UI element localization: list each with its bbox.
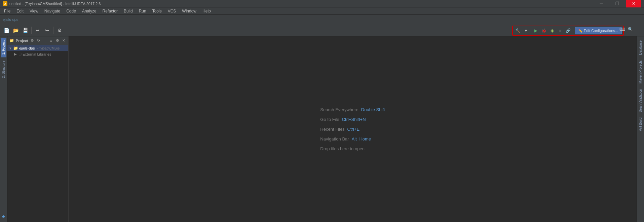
hint-navigation-bar: Navigation Bar Alt+Home: [320, 136, 371, 141]
search-everywhere-label: Search Everywhere: [320, 107, 358, 112]
panel-options-icon[interactable]: ≡: [49, 38, 54, 43]
panel-title: Project: [16, 39, 28, 43]
run-button[interactable]: ▶: [532, 27, 540, 34]
sidebar-item-structure[interactable]: 2: Structure: [1, 58, 6, 81]
sidebar-item-project[interactable]: 1: Project: [1, 38, 6, 57]
right-tab-bean-validation[interactable]: Bean Validation: [638, 86, 643, 115]
tree-item-root[interactable]: ▼ 📁 ejails-dps F:\yibao\CMS\e: [7, 45, 68, 51]
navigation-bar-label: Navigation Bar: [320, 136, 349, 141]
external-libraries-label: External Libraries: [23, 52, 51, 56]
menu-code[interactable]: Code: [64, 8, 79, 14]
menu-help[interactable]: Help: [200, 8, 214, 14]
save-button[interactable]: 💾: [21, 26, 30, 35]
left-side-panel: 1: Project 2: Structure ★: [0, 36, 7, 222]
go-to-file-key: Ctrl+Shift+N: [342, 117, 366, 122]
panel-collapse-icon[interactable]: −: [42, 38, 47, 43]
edit-configurations-label: Edit Configurations...: [584, 29, 618, 33]
edit-configurations-button[interactable]: ✏️ Edit Configurations...: [575, 27, 622, 34]
app-icon: J: [3, 1, 7, 6]
search-everywhere-key: Double Shift: [361, 107, 385, 112]
arrow-icon: ▶: [14, 52, 17, 56]
hints-area: Search Everywhere Double Shift Go to Fil…: [320, 107, 385, 151]
right-toolbar-buttons: ⌨ 🔍: [618, 26, 634, 33]
open-button[interactable]: 📂: [11, 26, 20, 35]
toolbar-separator-2: [53, 27, 53, 34]
panel-gear-icon[interactable]: ⚙: [55, 38, 60, 43]
root-path: F:\yibao\CMS\e: [36, 46, 60, 50]
project-breadcrumb: ejails-dps: [3, 18, 18, 22]
undo-button[interactable]: ↩: [33, 26, 42, 35]
menu-file[interactable]: File: [1, 8, 13, 14]
minimize-button[interactable]: ─: [594, 0, 609, 7]
favorites-icon[interactable]: ★: [1, 214, 6, 219]
right-side-tabs: Database Maven Projects Bean Validation …: [637, 36, 644, 222]
project-panel: 📁 Project ⚙ ↻ − ≡ ⚙ ✕ ▼ 📁 ejails-dps F:\…: [7, 36, 69, 222]
menu-view[interactable]: View: [27, 8, 41, 14]
menu-edit[interactable]: Edit: [14, 8, 26, 14]
restore-button[interactable]: ❐: [610, 0, 625, 7]
menu-run[interactable]: Run: [136, 8, 149, 14]
run-configuration-area: 🔨 ▼ ▶ 🐞 ◉ ■ 🔗 ✏️ Edit Configurations...: [512, 26, 624, 36]
tree-item-external-libraries[interactable]: ▶ ⊞ External Libraries: [7, 51, 68, 57]
close-button[interactable]: ✕: [626, 0, 641, 7]
title-bar: J untitled - [F:\yibao\CMS\untitled] - I…: [0, 0, 644, 7]
arrow-icon: ▼: [9, 46, 12, 50]
menu-refactor[interactable]: Refactor: [100, 8, 120, 14]
new-project-button[interactable]: 📄: [2, 26, 11, 35]
edit-config-icon: ✏️: [578, 29, 582, 33]
window-title: untitled - [F:\yibao\CMS\untitled] - Int…: [9, 2, 101, 6]
menu-build[interactable]: Build: [121, 8, 136, 14]
run-with-coverage-button[interactable]: ◉: [548, 27, 556, 34]
attach-debugger-button[interactable]: 🔗: [565, 27, 572, 34]
panel-icon: 📁: [9, 38, 14, 43]
menu-navigate[interactable]: Navigate: [42, 8, 63, 14]
panel-settings-icon[interactable]: ⚙: [30, 38, 35, 43]
main-content-area: Search Everywhere Double Shift Go to Fil…: [69, 36, 637, 222]
root-name: ejails-dps: [19, 46, 35, 50]
terminal-button[interactable]: ⌨: [618, 26, 626, 33]
recent-files-key: Ctrl+E: [347, 127, 359, 132]
panel-close-icon[interactable]: ✕: [61, 38, 66, 43]
hint-recent-files: Recent Files Ctrl+E: [320, 127, 359, 132]
hint-drop-files: Drop files here to open: [320, 146, 365, 151]
config-dropdown-button[interactable]: ▼: [522, 27, 530, 34]
toolbar-separator-1: [31, 27, 32, 34]
recent-files-label: Recent Files: [320, 127, 344, 132]
menu-bar: File Edit View Navigate Code Analyze Ref…: [0, 7, 644, 15]
build-project-button[interactable]: 🔨: [514, 27, 522, 34]
lib-icon: ⊞: [18, 52, 22, 56]
go-to-file-label: Go to File: [320, 117, 339, 122]
window-controls: ─ ❐ ✕: [594, 0, 641, 7]
redo-button[interactable]: ↪: [43, 26, 51, 35]
debug-button[interactable]: 🐞: [540, 27, 548, 34]
menu-analyze[interactable]: Analyze: [79, 8, 99, 14]
drop-files-label: Drop files here to open: [320, 146, 365, 151]
stop-button[interactable]: ■: [557, 27, 564, 34]
project-panel-header: 📁 Project ⚙ ↻ − ≡ ⚙ ✕: [7, 36, 68, 45]
menu-vcs[interactable]: VCS: [165, 8, 179, 14]
main-toolbar: 📄 📂 💾 ↩ ↪ ⚙ 🔨 ▼ ▶ 🐞 ◉ ■ 🔗 ✏️ Edit Config…: [0, 24, 644, 36]
navigation-bar-key: Alt+Home: [352, 136, 371, 141]
hint-go-to-file: Go to File Ctrl+Shift+N: [320, 117, 366, 122]
right-tab-database[interactable]: Database: [638, 38, 643, 58]
panel-sync-icon[interactable]: ↻: [36, 38, 41, 43]
folder-icon: 📁: [13, 46, 18, 51]
hint-search-everywhere: Search Everywhere Double Shift: [320, 107, 385, 112]
find-button[interactable]: 🔍: [627, 26, 634, 33]
menu-window[interactable]: Window: [179, 8, 199, 14]
menu-tools[interactable]: Tools: [150, 8, 164, 14]
right-tab-ant-build[interactable]: Ant Build: [638, 115, 643, 134]
right-tab-maven[interactable]: Maven Projects: [638, 58, 643, 86]
navigation-bar: ejails-dps: [0, 15, 644, 24]
settings-button[interactable]: ⚙: [55, 26, 64, 35]
